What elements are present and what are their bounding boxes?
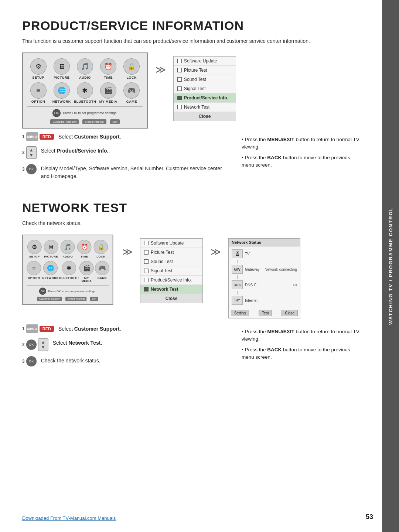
dropdown-close[interactable]: Close: [174, 112, 236, 121]
picture-label: PICTURE: [54, 76, 69, 79]
s2-red-button: RED: [40, 326, 54, 332]
network-line2: [237, 275, 238, 279]
step2-row: 2 ▲ ▼ Select Product/Service Info..: [22, 146, 231, 159]
section1-dropdown: Software Update Picture Test Sound Test …: [173, 56, 236, 121]
s2-checkbox-software-update: [144, 241, 149, 245]
step1-number: 1: [22, 134, 25, 139]
red-button: RED: [40, 134, 54, 140]
dropdown-network-test-label: Network Test: [184, 105, 209, 110]
s2-step3-text: Check the network status.: [41, 357, 100, 365]
gateway-icon: GW: [232, 265, 243, 274]
network-btn-row: Setting Test Close: [229, 308, 300, 318]
dns-icon: DNS: [232, 280, 243, 289]
step2-number: 2: [22, 150, 25, 155]
menu-bottom: OK Press OK to set programme settings.: [27, 106, 143, 117]
network-connecting-text: Network connecting: [265, 267, 297, 272]
bluetooth-label: BLUETOOTH: [74, 100, 96, 103]
tv-network-label: TV: [245, 252, 250, 256]
icon-option: ≡ OPTION: [28, 82, 49, 103]
s2-game-label: GAME: [98, 276, 107, 280]
section2-title: NETWORK TEST: [22, 201, 360, 215]
checkbox-picture-test: [177, 68, 182, 72]
updown-icon: ▲ ▼: [26, 146, 37, 159]
network-icon: 🌐: [54, 82, 70, 99]
step1-text: Select Customer Support.: [58, 133, 121, 141]
s2-audio-icon: 🎵: [61, 240, 75, 254]
s2-dropdown-signal-test: Signal Test: [140, 266, 202, 276]
menu-row1: ⚙ SETUP 🖥 PICTURE 🎵 AUDIO ⏰ TIME: [27, 58, 143, 79]
s2-icon-option: ≡ OPTION: [27, 261, 41, 283]
sidebar-text: WATCHING TV / PROGRAMME CONTROL: [388, 207, 393, 325]
s2-audio-label: AUDIO: [62, 255, 73, 258]
s2-dropdown-sound-test-label: Sound Test: [151, 259, 173, 264]
tv-network-icon: 🖥: [232, 249, 243, 258]
simple-manual-btn: Simple Manual: [82, 119, 106, 124]
footer-link[interactable]: Downloaded From TV-Manual.com Manuals: [22, 515, 116, 521]
arrow-icon2: ≫: [122, 246, 133, 258]
s2-checkbox-signal-test: [144, 269, 149, 273]
section2-menu-area: ⚙ SETUP 🖥 PICTURE 🎵 AUDIO ⏰ TIME: [22, 235, 360, 318]
step1-indicator: 1 MENU RED: [22, 132, 54, 141]
s2-bluetooth-label: BLUETOOTH: [59, 276, 79, 280]
close-button[interactable]: Close: [282, 310, 298, 316]
section1-steps-notes: 1 MENU RED Select Customer Support. 2 ▲ …: [22, 132, 360, 185]
dns-dots: •••: [293, 283, 297, 287]
s2-bluetooth-icon: ✱: [62, 261, 76, 275]
s2-setup-label: SETUP: [29, 255, 40, 258]
s2-dropdown-network-test-label: Network Test: [151, 287, 178, 292]
checkbox-network-test: [177, 105, 182, 109]
s2-network-label: NETWORK: [42, 276, 59, 280]
mymedia-label: MY MEDIA: [99, 100, 117, 103]
s2-icon-audio: 🎵 AUDIO: [60, 240, 75, 258]
s2-lock-label: LOCK: [96, 255, 105, 258]
s2-ok-button-icon: OK: [39, 287, 46, 294]
s2-ok-icon2: OK: [26, 340, 37, 350]
s2-icon-network: 🌐 NETWORK: [42, 261, 59, 283]
s2-menu-button-icon: MENU: [26, 324, 38, 333]
audio-label: AUDIO: [79, 76, 91, 79]
s2-dropdown-close[interactable]: Close: [140, 294, 202, 303]
lock-icon: 🔒: [123, 58, 140, 75]
section1-steps: 1 MENU RED Select Customer Support. 2 ▲ …: [22, 132, 231, 185]
dropdown-product-service-label: Product/Service Info.: [184, 95, 228, 100]
section1-tv-menu: ⚙ SETUP 🖥 PICTURE 🎵 AUDIO ⏰ TIME: [22, 52, 148, 129]
s2-dropdown-network-test: Network Test: [140, 285, 202, 294]
icon-lock: 🔒 LOCK: [121, 58, 142, 79]
checkbox-product-service: [177, 96, 182, 100]
audio-icon: 🎵: [77, 58, 93, 75]
game-label: GAME: [126, 100, 137, 103]
note2: • Press the BACK button to move to the p…: [242, 154, 360, 169]
s2-dropdown-product-service-label: Product/Service Info.: [151, 277, 192, 283]
s2-up-arrow2: ▲: [41, 340, 45, 345]
dropdown-sound-test-label: Sound Test: [184, 77, 206, 82]
icon-game: 🎮 GAME: [121, 82, 142, 103]
s2-simple-manual-btn: Simple Manual: [65, 297, 86, 301]
step2-indicator: 2 ▲ ▼: [22, 146, 37, 159]
ok-icon: OK: [26, 164, 37, 174]
s2-dropdown-product-service: Product/Service Info.: [140, 276, 202, 285]
s2-network-icon: 🌐: [43, 261, 58, 275]
test-button[interactable]: Test: [259, 310, 272, 316]
note1: • Press the MENU/EXIT button to return t…: [242, 136, 360, 151]
step1-row: 1 MENU RED Select Customer Support.: [22, 132, 231, 141]
internet-label: Internet: [245, 299, 258, 303]
setting-button[interactable]: Setting: [231, 310, 249, 316]
s2-updown-icon2: ▲ ▼: [38, 338, 48, 351]
section2-dropdown: Software Update Picture Test Sound Test …: [140, 238, 203, 303]
main-content: PRODUCT/SERVICE INFORMATION This functio…: [0, 0, 382, 532]
dropdown-picture-test-label: Picture Test: [184, 68, 207, 73]
s2-menu-row1: ⚙ SETUP 🖥 PICTURE 🎵 AUDIO ⏰ TIME: [27, 240, 109, 258]
checkbox-software-update: [177, 59, 182, 63]
dropdown-close-label: Close: [199, 114, 211, 119]
dropdown-signal-test: Signal Test: [174, 84, 236, 93]
network-diagram: 🖥 TV GW Gateway Network connecting DNS D…: [229, 246, 300, 308]
network-status-title: Network Status: [229, 239, 300, 246]
icon-setup: ⚙ SETUP: [28, 58, 49, 79]
s2-game-icon: 🎮: [95, 261, 109, 275]
icon-bluetooth: ✱ BLUETOOTH: [75, 82, 95, 103]
network-status-panel: Network Status 🖥 TV GW Gateway Network c…: [228, 238, 300, 318]
network-tv-row: 🖥 TV: [232, 249, 297, 258]
s2-dropdown-signal-test-label: Signal Test: [151, 268, 172, 273]
section1-menu-area: ⚙ SETUP 🖥 PICTURE 🎵 AUDIO ⏰ TIME: [22, 52, 360, 129]
s2-note1: • Press the MENU/EXIT button to return t…: [242, 328, 360, 343]
